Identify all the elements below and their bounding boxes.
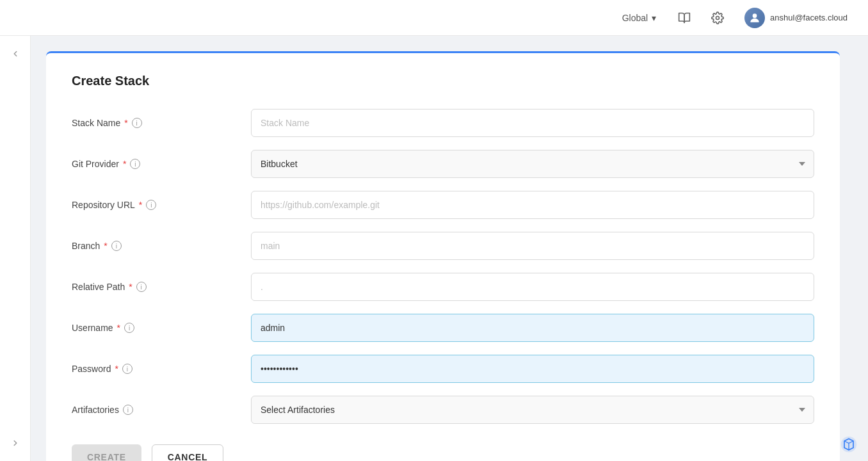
git-provider-select[interactable]: Bitbucket GitHub GitLab bbox=[251, 150, 814, 178]
svg-point-0 bbox=[716, 16, 719, 19]
settings-icon-button[interactable] bbox=[706, 6, 729, 29]
git-provider-select-wrapper: Bitbucket GitHub GitLab bbox=[251, 150, 814, 178]
artifactories-label: Artifactories i bbox=[72, 405, 251, 415]
username-row: Username * i bbox=[72, 314, 814, 342]
navbar: Global ▾ anshul@facets.cloud bbox=[0, 0, 868, 36]
user-email: anshul@facets.cloud bbox=[770, 13, 848, 22]
relative-path-input[interactable] bbox=[251, 273, 814, 301]
git-provider-control: Bitbucket GitHub GitLab bbox=[251, 150, 814, 178]
relative-path-label: Relative Path * i bbox=[72, 282, 251, 292]
username-info-icon[interactable]: i bbox=[124, 323, 134, 333]
branch-input[interactable] bbox=[251, 232, 814, 260]
avatar bbox=[744, 8, 765, 28]
artifactories-select[interactable]: Select Artifactories bbox=[251, 396, 814, 424]
stack-name-control bbox=[251, 109, 814, 137]
username-label: Username * i bbox=[72, 323, 251, 333]
button-row: CREATE CANCEL bbox=[72, 444, 814, 461]
branch-control bbox=[251, 232, 814, 260]
svg-point-1 bbox=[753, 13, 757, 18]
page-title: Create Stack bbox=[72, 74, 814, 88]
artifactories-info-icon[interactable]: i bbox=[123, 405, 133, 415]
content-area: Create Stack Stack Name * i Git Provider… bbox=[31, 36, 868, 461]
cancel-button[interactable]: CANCEL bbox=[152, 444, 224, 461]
sidebar bbox=[0, 36, 31, 461]
branch-label: Branch * i bbox=[72, 241, 251, 251]
password-label: Password * i bbox=[72, 364, 251, 374]
relative-path-info-icon[interactable]: i bbox=[136, 282, 147, 292]
create-button[interactable]: CREATE bbox=[72, 444, 141, 461]
branch-info-icon[interactable]: i bbox=[111, 241, 122, 251]
artifactories-select-wrapper: Select Artifactories bbox=[251, 396, 814, 424]
repository-url-info-icon[interactable]: i bbox=[146, 200, 156, 210]
stack-name-info-icon[interactable]: i bbox=[132, 118, 142, 128]
branch-row: Branch * i bbox=[72, 232, 814, 260]
password-row: Password * i bbox=[72, 355, 814, 383]
repository-url-label: Repository URL * i bbox=[72, 200, 251, 210]
relative-path-row: Relative Path * i bbox=[72, 273, 814, 301]
user-menu[interactable]: anshul@facets.cloud bbox=[739, 5, 853, 31]
git-provider-row: Git Provider * i Bitbucket GitHub GitLab bbox=[72, 150, 814, 178]
git-provider-info-icon[interactable]: i bbox=[130, 159, 140, 169]
sidebar-collapse-bottom[interactable] bbox=[5, 433, 26, 453]
book-icon-button[interactable] bbox=[673, 6, 696, 29]
password-info-icon[interactable]: i bbox=[122, 364, 133, 374]
password-control bbox=[251, 355, 814, 383]
stack-name-row: Stack Name * i bbox=[72, 109, 814, 137]
stack-name-input[interactable] bbox=[251, 109, 814, 137]
username-input[interactable] bbox=[251, 314, 814, 342]
artifactories-row: Artifactories i Select Artifactories bbox=[72, 396, 814, 424]
git-provider-label: Git Provider * i bbox=[72, 159, 251, 169]
repository-url-input[interactable] bbox=[251, 191, 814, 219]
facets-logo[interactable] bbox=[840, 435, 858, 453]
relative-path-control bbox=[251, 273, 814, 301]
username-control bbox=[251, 314, 814, 342]
sidebar-collapse-top[interactable] bbox=[5, 44, 26, 64]
global-selector[interactable]: Global ▾ bbox=[616, 9, 663, 27]
form-card: Create Stack Stack Name * i Git Provider… bbox=[46, 51, 840, 461]
artifactories-control: Select Artifactories bbox=[251, 396, 814, 424]
global-label: Global bbox=[622, 13, 648, 23]
repository-url-row: Repository URL * i bbox=[72, 191, 814, 219]
main-layout: Create Stack Stack Name * i Git Provider… bbox=[0, 36, 868, 461]
password-input[interactable] bbox=[251, 355, 814, 383]
repository-url-control bbox=[251, 191, 814, 219]
chevron-down-icon: ▾ bbox=[652, 13, 656, 23]
stack-name-label: Stack Name * i bbox=[72, 118, 251, 128]
